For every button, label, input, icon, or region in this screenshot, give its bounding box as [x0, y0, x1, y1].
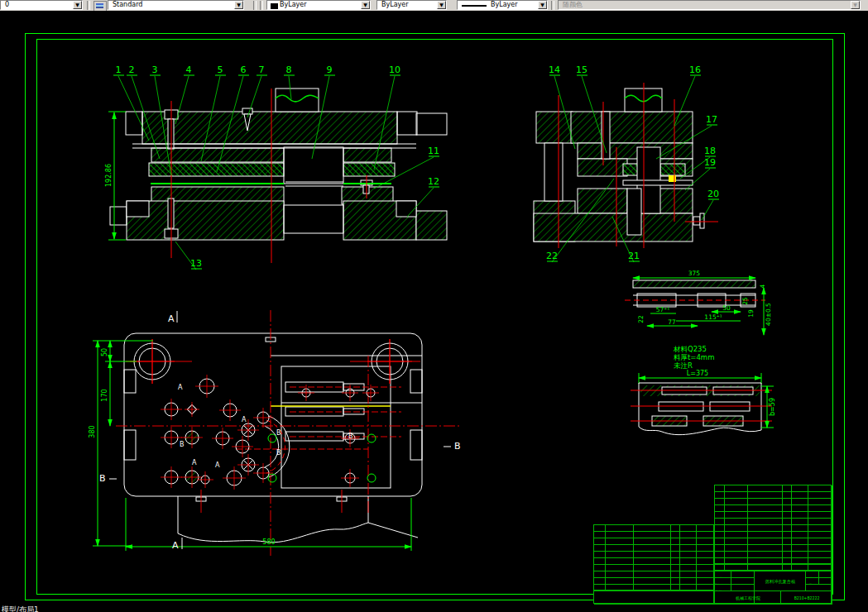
bom-cell: 2 — [715, 552, 725, 558]
svg-text:380: 380 — [89, 425, 96, 437]
svg-text:580: 580 — [262, 538, 275, 546]
bom-cell: 1 — [671, 525, 680, 532]
bom-cell: 2 — [783, 552, 792, 558]
bom-cell: 1 — [783, 499, 792, 505]
part-number: 21 — [628, 251, 640, 261]
layer-combo[interactable]: 0 ▼ — [0, 0, 83, 10]
cad-application-window: 0 ▼ Standard ▼ ByLayer ▼ ByLayer ▼ ByLay… — [0, 0, 868, 612]
bom-cell: 45 — [792, 519, 808, 525]
bom-cell: 1 — [783, 525, 792, 532]
bom-cell: 40~45HRC — [808, 519, 832, 525]
bom-cell: 3 — [715, 545, 725, 552]
svg-text:A: A — [178, 384, 183, 391]
lineweight-combo-arrow[interactable]: ▼ — [538, 1, 547, 9]
bom-table-right: 12下模座1HT20011GB/T70-85内六角螺钉43528~32HRC10… — [714, 485, 832, 564]
strip-layout-view: L=375 b=59 — [631, 370, 776, 435]
toolbar-separator — [260, 1, 263, 10]
svg-text:375: 375 — [688, 270, 701, 277]
svg-text:50: 50 — [722, 304, 731, 312]
linetype-value: ByLayer — [381, 1, 409, 9]
bom-cell: T10A — [680, 545, 697, 552]
bom-cell — [606, 538, 634, 545]
svg-text:57⁺¹: 57⁺¹ — [656, 306, 670, 313]
bom-cell: 20 — [792, 552, 808, 558]
strip-side-view: 375 4 22 57⁺¹ 77 115⁺¹ 50 25 19 40±0.5 — [625, 270, 772, 335]
svg-text:A: A — [215, 461, 220, 469]
title-role-label: 审核 — [715, 585, 731, 591]
bom-cell: 圆柱销 — [634, 571, 671, 578]
bom-cell — [606, 545, 634, 552]
svg-text:19: 19 — [747, 309, 755, 318]
bom-cell: 弹压卸料板 — [634, 565, 671, 571]
svg-text:77: 77 — [668, 318, 676, 326]
bom-cell: 1 — [783, 505, 792, 512]
drawing-canvas[interactable]: 192.86 12345678910111213 — [0, 11, 868, 612]
svg-text:A: A — [242, 416, 247, 423]
bom-cell: 17 — [594, 558, 606, 565]
text-style-combo[interactable]: Standard ▼ — [108, 0, 244, 10]
text-style-arrow[interactable]: ▼ — [234, 1, 243, 9]
svg-text:50: 50 — [101, 348, 108, 356]
title-cell — [731, 585, 755, 591]
part-number: 20 — [707, 189, 719, 199]
bom-cell — [606, 558, 634, 565]
bom-cell — [725, 525, 748, 532]
dim-text: 192.86 — [105, 164, 113, 187]
bom-cell: 橡胶 — [634, 578, 671, 585]
layout-tabs-fragment[interactable]: 模型/布局1 — [2, 605, 39, 612]
bom-cell: 28~32HRC — [697, 532, 715, 538]
bom-cell: 1 — [671, 552, 680, 558]
bom-cell: 渗碳0.5~1.0深58~62HRC — [808, 552, 832, 558]
part-number: 10 — [389, 65, 400, 75]
bom-cell: 16 — [594, 565, 606, 571]
bom-cell: 弹簧 — [748, 545, 783, 552]
qty-value: 1 — [819, 578, 832, 585]
svg-text:A: A — [172, 540, 179, 551]
title-block-left-strip — [593, 590, 714, 604]
drawing-title: 落料冲孔复合模 — [755, 571, 806, 591]
bom-cell: GB70-85 — [725, 519, 748, 525]
bom-cell — [792, 538, 808, 545]
color-combo-arrow[interactable]: ▼ — [361, 1, 370, 9]
svg-text:40±0.5: 40±0.5 — [765, 303, 772, 326]
part-number: 5 — [218, 65, 223, 75]
bom-cell: 4 — [783, 492, 792, 499]
bom-cell: 40~45HRC — [808, 532, 832, 538]
bom-cell: 56~60HRC — [808, 505, 832, 512]
part-number: 4 — [186, 65, 192, 75]
title-cell — [731, 571, 755, 578]
bom-cell: 凸模 — [634, 545, 671, 552]
layer-combo-arrow[interactable]: ▼ — [73, 1, 82, 9]
bom-cell: 9 — [715, 505, 725, 512]
bom-cell: 6 — [783, 519, 792, 525]
bom-table-left: 22挡料销14521GB/T70-85内六角螺钉43528~32HRC20导料板… — [593, 524, 714, 590]
bom-cell — [725, 485, 748, 492]
linetype-combo-arrow[interactable]: ▼ — [437, 1, 446, 9]
text-style-value: Standard — [113, 1, 142, 9]
bom-cell: 45 — [680, 525, 697, 532]
bom-cell: 内六角螺钉 — [748, 519, 783, 525]
part-number: 6 — [241, 65, 247, 75]
linetype-combo[interactable]: ByLayer ▼ — [376, 0, 447, 10]
bom-cell: 35 — [792, 492, 808, 499]
bom-cell: 内六角螺钉 — [634, 532, 671, 538]
bom-cell: 凸凹模 — [634, 558, 671, 565]
highlighted-part — [669, 175, 676, 182]
title-role-label: 设计 — [715, 571, 731, 578]
bom-cell: 11 — [715, 492, 725, 499]
bom-cell — [697, 525, 715, 532]
height-dimension: 192.86 — [105, 112, 126, 240]
bom-cell: 19 — [594, 545, 606, 552]
bom-cell — [725, 505, 748, 512]
lineweight-combo[interactable]: ByLayer ▼ — [457, 0, 548, 10]
lineweight-glyph — [462, 5, 487, 7]
color-combo[interactable]: ByLayer ▼ — [266, 0, 371, 10]
bom-cell: 28~32HRC — [808, 492, 832, 499]
bom-cell: 1 — [671, 558, 680, 565]
bom-header-row: 序号代号名 称数量材料备 注 — [714, 564, 832, 571]
section-view-left: 192.86 12345678910111213 — [105, 65, 447, 270]
bom-cell: 挡料销 — [634, 525, 671, 532]
scale-label: 比例 — [806, 571, 819, 578]
toolbar-separator — [551, 1, 554, 10]
material-notes: 材料Q235 料厚t=4mm 未注R — [673, 345, 714, 370]
